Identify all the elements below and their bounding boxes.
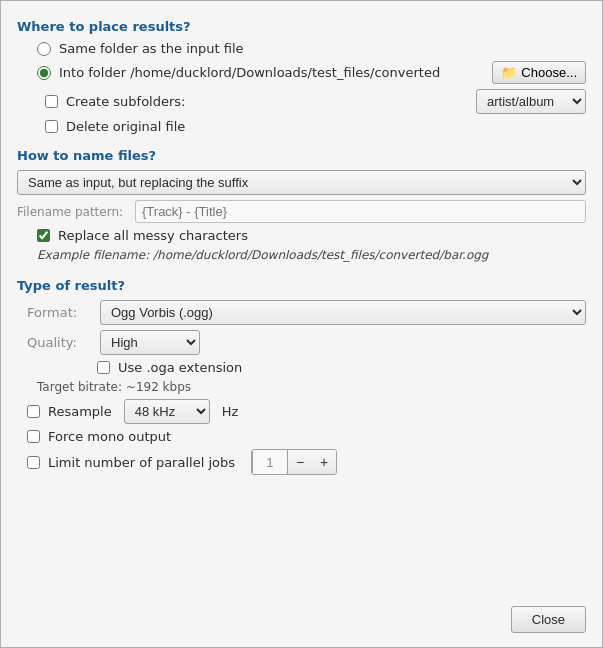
resample-row: Resample 48 kHz 44.1 kHz 96 kHz 192 kHz … xyxy=(17,399,586,424)
main-window: Where to place results? Same folder as t… xyxy=(0,0,603,648)
mono-label[interactable]: Force mono output xyxy=(48,429,171,444)
replace-messy-label[interactable]: Replace all messy characters xyxy=(58,228,248,243)
resample-label[interactable]: Resample xyxy=(48,404,112,419)
delete-original-checkbox[interactable] xyxy=(45,120,58,133)
format-row: Format: Ogg Vorbis (.ogg) MP3 (.mp3) FLA… xyxy=(17,300,586,325)
footer: Close xyxy=(17,596,586,633)
radio-into-folder-row: Into folder /home/ducklord/Downloads/tes… xyxy=(17,61,586,84)
increment-button[interactable]: + xyxy=(312,450,336,474)
name-files-section: How to name files? Same as input, but re… xyxy=(17,144,586,266)
radio-same-folder[interactable] xyxy=(37,42,51,56)
target-bitrate-row: Target bitrate: ~192 kbps xyxy=(17,380,586,394)
format-label: Format: xyxy=(27,305,92,320)
oga-label[interactable]: Use .oga extension xyxy=(118,360,242,375)
radio-same-folder-label[interactable]: Same folder as the input file xyxy=(59,41,244,56)
place-results-title: Where to place results? xyxy=(17,19,586,34)
quality-row: Quality: High Medium Low Custom xyxy=(17,330,586,355)
subfolders-label[interactable]: Create subfolders: xyxy=(66,94,468,109)
mono-checkbox[interactable] xyxy=(27,430,40,443)
resample-select[interactable]: 48 kHz 44.1 kHz 96 kHz 192 kHz xyxy=(124,399,210,424)
subfolders-row: Create subfolders: artist/album album ar… xyxy=(17,89,586,114)
delete-original-label[interactable]: Delete original file xyxy=(66,119,185,134)
resample-unit: Hz xyxy=(222,404,239,419)
folder-icon: 📁 xyxy=(501,65,517,80)
filename-pattern-label: Filename pattern: xyxy=(17,205,127,219)
jobs-stepper: 1 − + xyxy=(251,449,337,475)
radio-into-folder[interactable] xyxy=(37,66,51,80)
parallel-checkbox[interactable] xyxy=(27,456,40,469)
folder-type-select[interactable]: artist/album album artist none xyxy=(476,89,586,114)
close-button[interactable]: Close xyxy=(511,606,586,633)
target-bitrate-label: Target bitrate: ~192 kbps xyxy=(37,380,191,394)
subfolders-checkbox[interactable] xyxy=(45,95,58,108)
oga-checkbox[interactable] xyxy=(97,361,110,374)
naming-select[interactable]: Same as input, but replacing the suffix … xyxy=(17,170,586,195)
resample-checkbox[interactable] xyxy=(27,405,40,418)
jobs-input[interactable]: 1 xyxy=(252,450,288,474)
decrement-button[interactable]: − xyxy=(288,450,312,474)
parallel-label[interactable]: Limit number of parallel jobs xyxy=(48,455,235,470)
replace-messy-row: Replace all messy characters xyxy=(17,228,586,243)
place-results-section: Where to place results? Same folder as t… xyxy=(17,15,586,136)
example-value: /home/ducklord/Downloads/test_files/conv… xyxy=(153,248,488,262)
replace-messy-checkbox[interactable] xyxy=(37,229,50,242)
format-select[interactable]: Ogg Vorbis (.ogg) MP3 (.mp3) FLAC (.flac… xyxy=(100,300,586,325)
name-files-title: How to name files? xyxy=(17,148,586,163)
filename-pattern-input[interactable] xyxy=(135,200,586,223)
radio-into-folder-label[interactable]: Into folder /home/ducklord/Downloads/tes… xyxy=(59,65,484,80)
quality-select[interactable]: High Medium Low Custom xyxy=(100,330,200,355)
mono-row: Force mono output xyxy=(17,429,586,444)
quality-label: Quality: xyxy=(27,335,92,350)
example-label: Example filename: xyxy=(37,248,149,262)
type-result-section: Type of result? Format: Ogg Vorbis (.ogg… xyxy=(17,274,586,477)
oga-row: Use .oga extension xyxy=(17,360,586,375)
choose-button-label: Choose... xyxy=(521,65,577,80)
delete-original-row: Delete original file xyxy=(17,119,586,134)
example-filename: Example filename: /home/ducklord/Downloa… xyxy=(17,248,586,262)
choose-button[interactable]: 📁 Choose... xyxy=(492,61,586,84)
naming-select-row: Same as input, but replacing the suffix … xyxy=(17,170,586,195)
type-result-title: Type of result? xyxy=(17,278,586,293)
parallel-jobs-row: Limit number of parallel jobs 1 − + xyxy=(17,449,586,475)
radio-same-folder-row: Same folder as the input file xyxy=(17,41,586,56)
filename-pattern-row: Filename pattern: xyxy=(17,200,586,223)
